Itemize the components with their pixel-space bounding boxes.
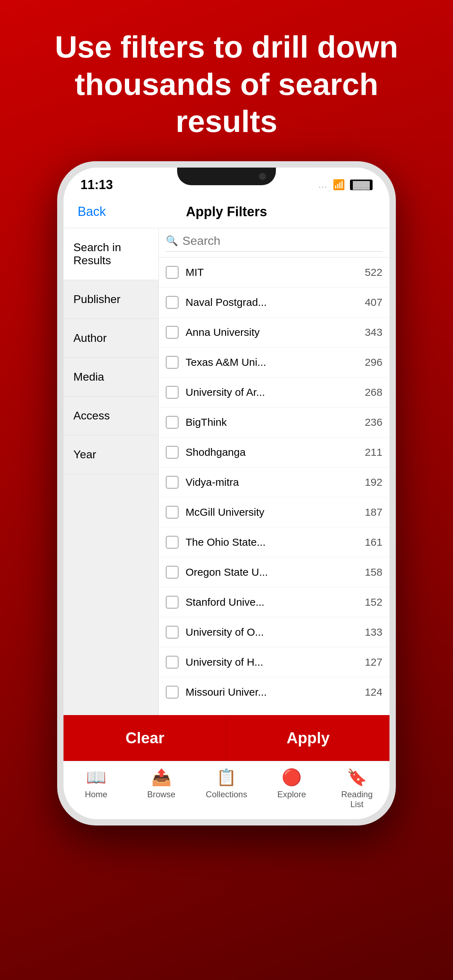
tab-reading-list-label: Reading List bbox=[341, 789, 373, 809]
publisher-checkbox[interactable] bbox=[166, 356, 178, 369]
battery-icon: ▓▓▓ bbox=[350, 180, 373, 190]
publisher-name: University of H... bbox=[186, 656, 354, 668]
publisher-name: McGill University bbox=[186, 506, 354, 518]
search-input[interactable] bbox=[183, 234, 382, 248]
publisher-name: The Ohio State... bbox=[186, 536, 354, 548]
publisher-row[interactable]: Texas A&M Uni...296 bbox=[159, 347, 389, 377]
publisher-count: 211 bbox=[361, 446, 382, 458]
sidebar-item-search-in-results[interactable]: Search in Results bbox=[64, 228, 158, 280]
page-title: Apply Filters bbox=[186, 204, 267, 220]
publisher-count: 127 bbox=[361, 656, 382, 668]
search-icon: 🔍 bbox=[166, 235, 178, 247]
publisher-row[interactable]: University of H...127 bbox=[159, 648, 389, 677]
publisher-checkbox[interactable] bbox=[166, 416, 178, 429]
publisher-row[interactable]: Shodhganga211 bbox=[159, 438, 389, 468]
tab-home[interactable]: 📖 Home bbox=[64, 768, 129, 809]
search-bar: 🔍 bbox=[159, 228, 389, 258]
hero-text: Use filters to drill down thousands of s… bbox=[0, 0, 453, 161]
filter-layout: Search in Results Publisher Author Media… bbox=[64, 228, 389, 715]
apply-button[interactable]: Apply bbox=[227, 715, 390, 761]
tab-collections[interactable]: 📋 Collections bbox=[194, 768, 259, 809]
publisher-count: 268 bbox=[361, 386, 382, 398]
publisher-name: Vidya-mitra bbox=[186, 476, 354, 488]
publisher-name: Anna University bbox=[186, 326, 354, 338]
explore-icon: 🔴 bbox=[281, 768, 302, 787]
tab-explore[interactable]: 🔴 Explore bbox=[259, 768, 324, 809]
publisher-name: BigThink bbox=[186, 416, 354, 428]
publisher-row[interactable]: Oregon State U...158 bbox=[159, 557, 389, 587]
notch bbox=[177, 167, 276, 185]
publisher-count: 161 bbox=[361, 536, 382, 548]
publisher-checkbox[interactable] bbox=[166, 266, 178, 279]
publisher-checkbox[interactable] bbox=[166, 296, 178, 309]
browse-icon: 📤 bbox=[151, 768, 172, 787]
sidebar-item-year[interactable]: Year bbox=[64, 435, 158, 474]
filter-sidebar: Search in Results Publisher Author Media… bbox=[64, 228, 159, 715]
publisher-checkbox[interactable] bbox=[166, 536, 178, 549]
home-icon: 📖 bbox=[86, 768, 106, 787]
phone-inner: 11:13 ... 📶 ▓▓▓ Back Apply Filters Searc bbox=[64, 167, 389, 819]
publisher-name: Shodhganga bbox=[186, 446, 354, 458]
publisher-name: University of Ar... bbox=[186, 386, 354, 398]
publisher-checkbox[interactable] bbox=[166, 656, 178, 668]
publisher-list: MIT522Naval Postgrad...407Anna Universit… bbox=[159, 258, 389, 702]
app-content: Back Apply Filters Search in Results Pub… bbox=[64, 196, 389, 761]
publisher-row[interactable]: University of Ar...268 bbox=[159, 377, 389, 407]
wifi-icon: 📶 bbox=[333, 179, 345, 191]
action-buttons: Clear Apply bbox=[64, 715, 389, 761]
reading-list-icon: 🔖 bbox=[347, 768, 367, 787]
publisher-checkbox[interactable] bbox=[166, 476, 178, 488]
back-button[interactable]: Back bbox=[78, 204, 106, 219]
publisher-name: Missouri Univer... bbox=[186, 686, 354, 698]
publisher-checkbox[interactable] bbox=[166, 686, 178, 698]
publisher-row[interactable]: McGill University187 bbox=[159, 497, 389, 527]
publisher-checkbox[interactable] bbox=[166, 626, 178, 638]
publisher-row[interactable]: Stanford Unive...152 bbox=[159, 587, 389, 617]
search-input-wrap: 🔍 bbox=[166, 234, 382, 251]
publisher-checkbox[interactable] bbox=[166, 386, 178, 399]
sidebar-item-author[interactable]: Author bbox=[64, 319, 158, 358]
publisher-row[interactable]: Anna University343 bbox=[159, 318, 389, 347]
publisher-name: Naval Postgrad... bbox=[186, 296, 354, 308]
publisher-row[interactable]: BigThink236 bbox=[159, 407, 389, 438]
notch-dot bbox=[259, 173, 266, 180]
publisher-count: 152 bbox=[361, 596, 382, 608]
publisher-count: 158 bbox=[361, 566, 382, 578]
publisher-name: Texas A&M Uni... bbox=[186, 356, 354, 368]
publisher-row[interactable]: MIT522 bbox=[159, 258, 389, 288]
publisher-count: 522 bbox=[361, 266, 382, 278]
publisher-count: 296 bbox=[361, 356, 382, 368]
filter-content: 🔍 MIT522Naval Postgrad...407Anna Univers… bbox=[159, 228, 389, 715]
publisher-count: 187 bbox=[361, 506, 382, 518]
publisher-checkbox[interactable] bbox=[166, 596, 178, 609]
publisher-count: 407 bbox=[361, 296, 382, 308]
tab-explore-label: Explore bbox=[277, 789, 306, 799]
publisher-checkbox[interactable] bbox=[166, 566, 178, 579]
sidebar-item-publisher[interactable]: Publisher bbox=[64, 280, 158, 319]
publisher-count: 124 bbox=[361, 686, 382, 698]
status-time: 11:13 bbox=[80, 177, 113, 192]
publisher-count: 343 bbox=[361, 326, 382, 338]
app-header: Back Apply Filters bbox=[64, 196, 389, 228]
tab-reading-list[interactable]: 🔖 Reading List bbox=[324, 768, 389, 809]
clear-button[interactable]: Clear bbox=[64, 715, 227, 761]
publisher-checkbox[interactable] bbox=[166, 506, 178, 519]
publisher-row[interactable]: The Ohio State...161 bbox=[159, 527, 389, 557]
status-bar: 11:13 ... 📶 ▓▓▓ bbox=[64, 167, 389, 196]
phone-shell: 11:13 ... 📶 ▓▓▓ Back Apply Filters Searc bbox=[57, 161, 396, 826]
publisher-checkbox[interactable] bbox=[166, 446, 178, 458]
publisher-checkbox[interactable] bbox=[166, 326, 178, 339]
publisher-row[interactable]: University of O...133 bbox=[159, 617, 389, 648]
tab-home-label: Home bbox=[85, 789, 107, 799]
publisher-row[interactable]: Missouri Univer...124 bbox=[159, 677, 389, 702]
publisher-name: University of O... bbox=[186, 626, 354, 638]
publisher-row[interactable]: Naval Postgrad...407 bbox=[159, 288, 389, 318]
tab-bar: 📖 Home 📤 Browse 📋 Collections 🔴 Explore … bbox=[64, 761, 389, 819]
tab-collections-label: Collections bbox=[206, 789, 247, 799]
tab-browse[interactable]: 📤 Browse bbox=[129, 768, 194, 809]
tab-browse-label: Browse bbox=[147, 789, 175, 799]
publisher-row[interactable]: Vidya-mitra192 bbox=[159, 468, 389, 497]
sidebar-item-media[interactable]: Media bbox=[64, 358, 158, 396]
publisher-count: 236 bbox=[361, 416, 382, 428]
sidebar-item-access[interactable]: Access bbox=[64, 396, 158, 435]
